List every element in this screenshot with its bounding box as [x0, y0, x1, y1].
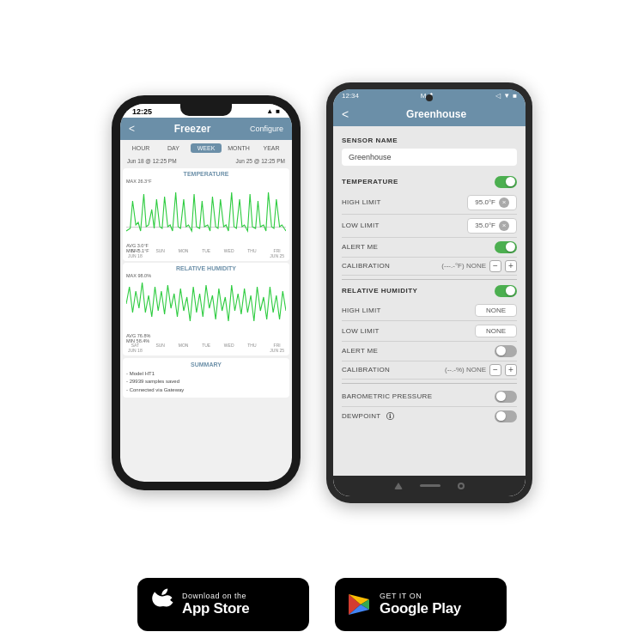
hum-calibration-label: CALIBRATION: [342, 366, 390, 374]
temperature-header-label: TEMPERATURE: [342, 178, 398, 185]
sensor-name-input[interactable]: [342, 149, 517, 166]
google-play-text: GET IT ON Google Play: [380, 592, 461, 617]
temp-alert-toggle-knob: [506, 242, 515, 252]
iphone-status-icons: ▲ ■: [266, 107, 280, 115]
svg-rect-0: [126, 227, 286, 228]
iphone-back-button[interactable]: <: [129, 123, 135, 135]
date-end: Jun 25 @ 12:25 PM: [235, 158, 285, 164]
tab-year[interactable]: YEAR: [256, 143, 287, 153]
iphone-app-header: < Freezer Configure: [120, 118, 292, 140]
google-play-badge[interactable]: GET IT ON Google Play: [335, 578, 507, 631]
temperature-chart-section: TEMPERATURE MAX 26.3°F AVG 3.0°F MIN -5.…: [123, 168, 289, 261]
hum-min: MIN 58.4%: [126, 338, 286, 343]
barometric-toggle[interactable]: [495, 391, 517, 403]
hum-alert-toggle[interactable]: [495, 345, 517, 357]
temperature-chart-area: MAX 26.3°F AVG 3.0°F MIN -5.1°F: [126, 179, 286, 247]
temp-low-limit-label: LOW LIMIT: [342, 222, 380, 229]
hum-high-limit-value[interactable]: NONE: [475, 304, 517, 317]
hum-day-sun: SUN: [155, 343, 165, 353]
google-play-sub-label: GET IT ON: [380, 592, 461, 600]
hum-day-tue: TUE: [202, 343, 210, 353]
hum-high-limit-label: HIGH LIMIT: [342, 307, 381, 314]
temp-low-limit-value[interactable]: 35.0°F ×: [467, 218, 517, 234]
app-store-badge[interactable]: Download on the App Store: [137, 578, 309, 631]
app-store-sub-label: Download on the: [182, 592, 250, 600]
temp-calibration-minus[interactable]: −: [489, 260, 501, 272]
config-form: SENSOR NAME TEMPERATURE HIGH LIMIT 95.0°…: [333, 126, 526, 476]
temperature-toggle[interactable]: [495, 176, 517, 188]
android-home-nav[interactable]: [420, 484, 440, 487]
temp-alert-label: ALERT ME: [342, 243, 378, 251]
barometric-toggle-knob: [496, 392, 506, 401]
temp-calibration-row: CALIBRATION (---.-°F) NONE − +: [342, 258, 517, 276]
humidity-chart-section: RELATIVE HUMIDITY MAX 98.0% AVG 76.8% MI…: [123, 263, 289, 355]
humidity-svg: [126, 278, 286, 330]
configure-button[interactable]: Configure: [250, 125, 283, 133]
chart-days-hum: SATJUN 18 SUN MON TUE WED THU FRIJUN 25: [126, 343, 286, 353]
android-screen: 12:34 M ⬆ ◁ ▼ ■ < Greenhouse SENSOR NAME: [333, 89, 526, 496]
wifi-icon: ▲: [266, 107, 273, 115]
android-wifi-icon: ▼: [503, 92, 510, 100]
temp-high-limit-value[interactable]: 95.0°F ×: [467, 195, 517, 210]
barometric-label: BAROMETRIC PRESSURE: [342, 392, 432, 400]
temp-high-limit-label: HIGH LIMIT: [342, 198, 381, 206]
temp-alert-toggle[interactable]: [495, 241, 517, 253]
app-store-main-label: App Store: [182, 600, 250, 617]
temperature-toggle-knob: [506, 177, 515, 186]
store-badges: Download on the App Store GET IT ON Goog…: [137, 578, 507, 631]
hum-low-limit-value[interactable]: NONE: [475, 325, 517, 337]
iphone-screen-title: Freezer: [135, 123, 250, 135]
hum-calibration-minus[interactable]: −: [489, 364, 501, 376]
sensor-name-header: SENSOR NAME: [342, 137, 517, 144]
summary-model: - Model HT1: [126, 370, 286, 379]
hum-calibration-plus[interactable]: +: [505, 364, 517, 376]
dewpoint-toggle[interactable]: [495, 410, 517, 422]
temp-low-limit-clear[interactable]: ×: [499, 221, 509, 231]
tab-day[interactable]: DAY: [158, 143, 189, 153]
temp-high-limit-clear[interactable]: ×: [499, 197, 509, 208]
divider-2: [342, 383, 517, 384]
humidity-chart-label: RELATIVE HUMIDITY: [126, 265, 286, 271]
temp-high-limit-row: HIGH LIMIT 95.0°F ×: [342, 191, 517, 215]
iphone-time: 12:25: [132, 107, 152, 116]
android-nav-bar: [333, 476, 526, 496]
tab-month[interactable]: MONTH: [223, 143, 254, 153]
iphone-notch: [180, 104, 232, 116]
android-app-header: < Greenhouse: [333, 102, 526, 126]
divider-1: [342, 279, 517, 280]
temp-alert-row: ALERT ME: [342, 238, 517, 258]
hum-alert-row: ALERT ME: [342, 342, 517, 361]
humidity-chart-area: MAX 98.0% AVG 76.8% MIN 58.4%: [126, 273, 286, 342]
humidity-toggle[interactable]: [495, 285, 517, 297]
summary-samples: - 29939 samples saved: [126, 378, 286, 386]
tab-hour[interactable]: HOUR: [125, 143, 156, 153]
google-play-icon: [347, 592, 371, 617]
iphone-mockup: 12:25 ▲ ■ < Freezer Configure HOUR DAY W…: [112, 95, 301, 490]
temperature-section-header: TEMPERATURE: [342, 176, 517, 188]
android-battery-icon: ■: [513, 92, 517, 100]
dewpoint-toggle-knob: [496, 411, 506, 421]
hum-alert-toggle-knob: [496, 346, 506, 355]
temperature-chart-label: TEMPERATURE: [126, 171, 286, 177]
android-back-button[interactable]: <: [342, 107, 349, 121]
android-screen-title: Greenhouse: [355, 108, 517, 120]
temp-stats: AVG 3.0°F MIN -5.1°F: [126, 243, 286, 253]
app-store-text: Download on the App Store: [182, 592, 250, 617]
android-back-nav[interactable]: [394, 483, 403, 489]
android-recents-nav[interactable]: [458, 483, 465, 489]
android-signal-icon: ◁: [495, 92, 501, 100]
hum-day-mon: MON: [179, 343, 189, 353]
tab-week[interactable]: WEEK: [191, 143, 222, 153]
summary-section: SUMMARY - Model HT1 - 29939 samples save…: [123, 358, 289, 398]
humidity-header-label: RELATIVE HUMIDITY: [342, 287, 417, 295]
android-mockup: 12:34 M ⬆ ◁ ▼ ■ < Greenhouse SENSOR NAME: [326, 82, 532, 503]
android-status-icons: ◁ ▼ ■: [495, 92, 517, 100]
temp-low-limit-row: LOW LIMIT 35.0°F ×: [342, 215, 517, 238]
temperature-svg: [126, 184, 286, 240]
temp-calibration-plus[interactable]: +: [505, 260, 517, 272]
hum-day-wed: WED: [224, 343, 234, 353]
google-play-main-label: Google Play: [380, 600, 461, 617]
time-tabs: HOUR DAY WEEK MONTH YEAR: [120, 140, 292, 156]
temp-min: MIN -5.1°F: [126, 248, 286, 253]
dewpoint-row: DEWPOINT ℹ: [342, 407, 517, 426]
